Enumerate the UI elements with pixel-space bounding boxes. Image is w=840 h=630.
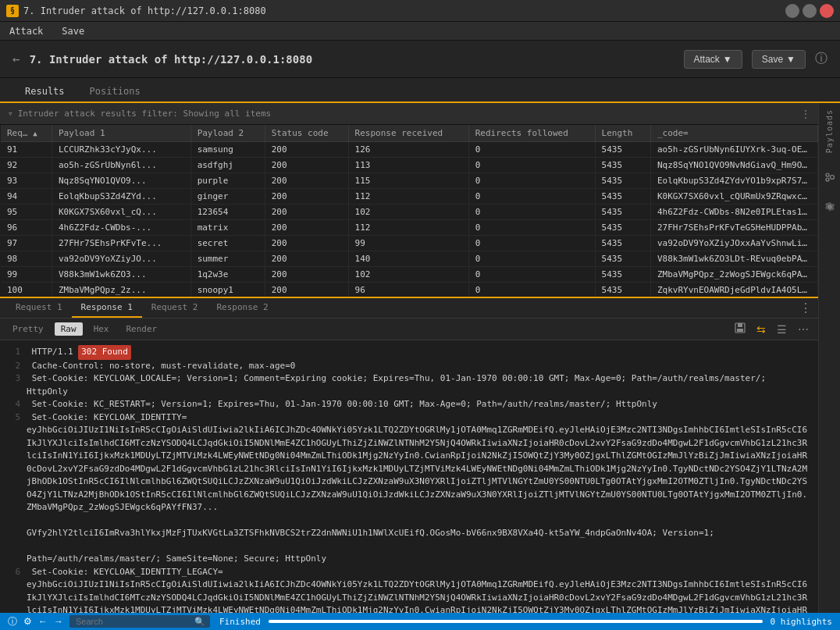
- filter-options-icon[interactable]: ⋮: [801, 109, 810, 119]
- col-length[interactable]: Length: [595, 125, 650, 142]
- table-row[interactable]: 964h6Z2Fdz-CWDbs-...matrix2001120543527F…: [1, 220, 818, 236]
- cell-response: 112: [348, 220, 468, 236]
- cell-response: 115: [348, 173, 468, 189]
- right-sidebar: Payloads: [818, 103, 840, 613]
- window-controls: [785, 4, 834, 18]
- table-row[interactable]: 99V88k3mW1wk6ZO3...1q2w3e20010205435ZMba…: [1, 267, 818, 283]
- bottom-options-icon[interactable]: ⋮: [799, 301, 812, 315]
- tab-response1[interactable]: Response 1: [72, 298, 142, 318]
- tab-request1[interactable]: Request 1: [6, 298, 72, 318]
- cell-redirects: 0: [468, 220, 595, 236]
- col-status[interactable]: Status code: [265, 125, 348, 142]
- attack-button[interactable]: Attack ▼: [684, 50, 742, 69]
- cell-payload2: snoopy1: [190, 283, 265, 297]
- filter-text: ▿ Intruder attack results filter: Showin…: [8, 109, 271, 119]
- cell-req: 91: [1, 142, 52, 158]
- col-code[interactable]: _code=: [650, 125, 817, 142]
- table-row[interactable]: 93Nqz8SqYNO1QVO9...purple20011505435Eolq…: [1, 173, 818, 189]
- cell-payload2: samsung: [190, 142, 265, 158]
- sidebar-resource-pool[interactable]: [824, 172, 835, 183]
- cell-status: 200: [265, 173, 348, 189]
- cell-payload1: Nqz8SqYNO1QVO9...: [52, 173, 190, 189]
- save-button-label: Save: [762, 54, 783, 65]
- svg-point-5: [826, 173, 829, 176]
- cell-payload2: summer: [190, 251, 265, 267]
- table-row[interactable]: 9727FHr7SEhsPrKFvTe...secret2009905435va…: [1, 236, 818, 251]
- table-row[interactable]: 94EolqKbupS3Zd4ZYd...ginger20011205435K0…: [1, 189, 818, 205]
- cell-status: 200: [265, 220, 348, 236]
- cell-response: 112: [348, 189, 468, 205]
- status-gear-icon[interactable]: ⚙: [23, 616, 32, 627]
- status-bar: ⓘ ⚙ ← → 🔍 Finished 0 highlights: [0, 613, 840, 630]
- tab-request2[interactable]: Request 2: [142, 298, 208, 318]
- tab-response2[interactable]: Response 2: [207, 298, 277, 318]
- response-line-6: 6 Set-Cookie: KEYCLOAK_IDENTITY_LEGACY= …: [8, 566, 810, 614]
- help-button[interactable]: ⓘ: [815, 51, 828, 67]
- progress-fill: [269, 620, 763, 623]
- tab-results[interactable]: Results: [12, 81, 77, 103]
- cell-payload1: ao5h-zGSrUbNyn6l...: [52, 158, 190, 173]
- main-area: ▿ Intruder attack results filter: Showin…: [0, 103, 840, 613]
- cell-length: 5435: [595, 236, 650, 251]
- col-payload1[interactable]: Payload 1: [52, 125, 190, 142]
- cell-code: ao5h-zGSrUbNyn6IUYXrk-3uq-OESaN1GG7V...: [650, 142, 817, 158]
- menu-bar: Attack Save: [0, 22, 840, 41]
- cell-response: 102: [348, 205, 468, 220]
- search-input[interactable]: [69, 615, 210, 628]
- table-row[interactable]: 98va92oDV9YoXZiyJO...summer20014005435V8…: [1, 251, 818, 267]
- viewer-lines-icon[interactable]: ☰: [774, 322, 790, 337]
- cell-req: 95: [1, 205, 52, 220]
- cell-redirects: 0: [468, 173, 595, 189]
- viewer-save-icon[interactable]: [731, 321, 749, 337]
- cell-status: 200: [265, 283, 348, 297]
- maximize-button[interactable]: [803, 4, 817, 18]
- menu-attack[interactable]: Attack: [6, 24, 46, 38]
- table-row[interactable]: 91LCCURZhk33cYJyQx...samsung20012605435a…: [1, 142, 818, 158]
- table-row[interactable]: 92ao5h-zGSrUbNyn6l...asdfghj20011305435N…: [1, 158, 818, 173]
- svg-rect-1: [738, 323, 742, 327]
- table-body: 91LCCURZhk33cYJyQx...samsung20012605435a…: [1, 142, 818, 297]
- response-line-5d: Path=/auth/realms/master/; SameSite=None…: [8, 540, 810, 566]
- cell-redirects: 0: [468, 142, 595, 158]
- tab-positions[interactable]: Positions: [77, 81, 153, 103]
- viewer-more-icon[interactable]: ⋯: [795, 322, 812, 337]
- cell-payload2: ginger: [190, 189, 265, 205]
- viewer-tab-raw[interactable]: Raw: [55, 322, 83, 336]
- content-area: ▿ Intruder attack results filter: Showin…: [0, 103, 818, 613]
- response-line-4: 4 Set-Cookie: KC_RESTART=; Version=1; Ex…: [8, 398, 810, 411]
- bottom-tabs-list: Request 1 Response 1 Request 2 Response …: [6, 298, 278, 318]
- cell-payload1: va92oDV9YoXZiyJO...: [52, 251, 190, 267]
- col-req[interactable]: Req… ▲: [1, 125, 52, 142]
- status-back-icon[interactable]: ⓘ: [8, 615, 17, 628]
- viewer-wrap-icon[interactable]: ⇆: [753, 322, 769, 337]
- viewer-tab-render[interactable]: Render: [120, 322, 164, 336]
- cell-payload2: 123654: [190, 205, 265, 220]
- status-next-icon[interactable]: →: [54, 616, 63, 627]
- back-icon[interactable]: ←: [12, 52, 20, 66]
- cell-code: ZqkvRYvnEOAWRDjeGdPldvIA4O5LwD-yk4yu...: [650, 283, 817, 297]
- viewer-tab-hex[interactable]: Hex: [87, 322, 116, 336]
- col-response[interactable]: Response received: [348, 125, 468, 142]
- save-button[interactable]: Save ▼: [752, 50, 806, 69]
- cell-code: va92oDV9YoXZiyJOxxAaYvShnwLiadC6LMvX6j..…: [650, 236, 817, 251]
- menu-save[interactable]: Save: [59, 24, 87, 38]
- viewer-tab-pretty[interactable]: Pretty: [6, 322, 50, 336]
- cell-response: 126: [348, 142, 468, 158]
- minimize-button[interactable]: [785, 4, 799, 18]
- table-row[interactable]: 95K0KGX7SX60vxl_cQ...123654200102054354h…: [1, 205, 818, 220]
- cell-payload1: K0KGX7SX60vxl_cQ...: [52, 205, 190, 220]
- cell-code: K0KGX7SX60vxl_cQURmUx9ZRqwxckjAaepZ...: [650, 189, 817, 205]
- close-button[interactable]: [820, 4, 834, 18]
- cell-status: 200: [265, 189, 348, 205]
- cell-payload1: 27FHr7SEhsPrKFvTe...: [52, 236, 190, 251]
- sidebar-payloads[interactable]: Payloads: [825, 109, 834, 153]
- cell-payload1: 4h6Z2Fdz-CWDbs-...: [52, 220, 190, 236]
- sidebar-settings[interactable]: [824, 201, 835, 212]
- response-viewer: Pretty Raw Hex Render ⇆ ☰ ⋯ 1 HTTP/1.1 3…: [0, 319, 818, 613]
- search-container: 🔍: [69, 615, 210, 628]
- table-row[interactable]: 100ZMbaVMgPQpz_2z...snoopy12009605435Zqk…: [1, 283, 818, 297]
- status-prev-icon[interactable]: ←: [38, 616, 48, 627]
- col-redirects[interactable]: Redirects followed: [468, 125, 595, 142]
- col-payload2[interactable]: Payload 2: [190, 125, 265, 142]
- cell-length: 5435: [595, 267, 650, 283]
